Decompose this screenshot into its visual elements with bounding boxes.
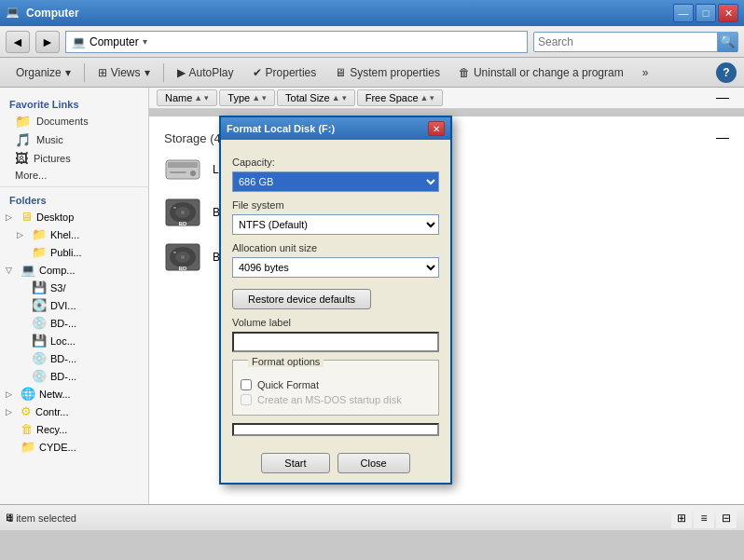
views-button[interactable]: ⊞ Views ▾ — [90, 62, 158, 83]
address-arrow: ▾ — [143, 36, 147, 47]
forward-button[interactable]: ► — [35, 31, 60, 53]
msdos-label: Create an MS-DOS startup disk — [257, 394, 402, 405]
capacity-label: Capacity: — [232, 157, 439, 168]
restore-defaults-button[interactable]: Restore device defaults — [232, 289, 371, 309]
col-header-free-space[interactable]: Free Space ▲ ▾ — [357, 89, 444, 106]
sidebar-item-pictures[interactable]: 🖼 Pictures — [0, 149, 148, 168]
favorite-links-title: Favorite Links — [0, 95, 148, 112]
col-minimize[interactable]: — — [445, 89, 737, 106]
col-header-name[interactable]: Name ▲ ▾ — [157, 89, 217, 106]
search-input[interactable] — [534, 35, 717, 48]
bd3-icon: 💿 — [32, 369, 47, 383]
col-minimize-icon[interactable]: — — [716, 89, 729, 106]
more-label: More... — [15, 170, 47, 181]
cyde-icon: 📁 — [21, 440, 35, 454]
sidebar-item-documents[interactable]: 📁 Documents — [0, 112, 148, 130]
s3-icon: 💾 — [32, 280, 47, 294]
network-label: Netw... — [39, 389, 71, 400]
system-properties-button[interactable]: 🖥 System properties — [326, 62, 448, 83]
folder-item-computer[interactable]: ▽ 💻 Comp... — [0, 261, 148, 279]
hdd-drive-icon — [164, 155, 201, 184]
quick-format-checkbox[interactable] — [241, 379, 252, 390]
folder-item-recycle[interactable]: 🗑 Recy... — [0, 420, 148, 438]
svg-rect-3 — [170, 171, 186, 173]
col-type-filter: ▾ — [262, 93, 267, 102]
dialog-title-text: Format Local Disk (F:) — [227, 123, 428, 134]
progress-bar-container — [232, 423, 439, 436]
bd1-icon: 💿 — [32, 316, 47, 330]
folder-item-cyde[interactable]: 📁 CYDE... — [0, 438, 148, 456]
capacity-select[interactable]: 686 GB — [232, 171, 439, 192]
dialog-close-x-button[interactable]: ✕ — [428, 121, 445, 136]
uninstall-icon: 🗑 — [459, 66, 470, 79]
sidebar-item-music[interactable]: 🎵 Music — [0, 130, 148, 149]
folder-item-s3[interactable]: 💾 S3/ — [0, 279, 148, 296]
back-button[interactable]: ◄ — [6, 31, 30, 53]
allocation-label: Allocation unit size — [232, 242, 439, 253]
folder-item-control[interactable]: ▷ ⚙ Contr... — [0, 403, 148, 420]
system-properties-icon: 🖥 — [335, 66, 346, 79]
quick-format-label: Quick Format — [257, 379, 319, 390]
folder-item-public[interactable]: 📁 Publi... — [0, 243, 148, 261]
allocation-select[interactable]: 512 bytes 1024 bytes 2048 bytes 4096 byt… — [232, 257, 439, 278]
close-dialog-button[interactable]: Close — [338, 453, 410, 473]
svg-rect-8 — [173, 207, 176, 209]
msdos-checkbox[interactable] — [241, 394, 252, 405]
search-box: 🔍 — [533, 32, 738, 52]
expand-network: ▷ — [6, 389, 17, 399]
view-btn-3[interactable]: ⊟ — [716, 508, 737, 528]
folder-item-bd1[interactable]: 💿 BD-... — [0, 314, 148, 332]
organize-button[interactable]: Organize ▾ — [7, 62, 79, 83]
volume-label-input[interactable] — [232, 332, 439, 352]
search-button[interactable]: 🔍 — [717, 32, 737, 52]
close-button[interactable]: ✕ — [718, 4, 738, 22]
format-options-legend: Format options — [248, 356, 324, 367]
col-name-filter: ▾ — [204, 93, 209, 102]
minimize-button[interactable]: — — [673, 4, 694, 22]
bd-drive-e-icon: BD — [164, 196, 201, 229]
storage-minimize-icon[interactable]: — — [716, 130, 737, 144]
views-label: Views — [111, 66, 141, 79]
maximize-button[interactable]: □ — [696, 4, 716, 22]
start-button[interactable]: Start — [261, 453, 329, 473]
properties-icon: ✔ — [253, 66, 262, 79]
separator-2 — [163, 63, 164, 82]
col-free-space-label: Free Space — [365, 92, 419, 103]
folder-item-khel[interactable]: ▷ 📁 Khel... — [0, 225, 148, 243]
col-header-total-size[interactable]: Total Size ▲ ▾ — [277, 89, 355, 106]
pictures-icon: 🖼 — [15, 151, 28, 166]
nav-bar: ◄ ► 💻 Computer ▾ 🔍 — [0, 26, 744, 58]
public-icon: 📁 — [32, 245, 47, 259]
folder-item-dvi[interactable]: 💽 DVI... — [0, 296, 148, 314]
sidebar-item-more[interactable]: More... — [0, 168, 148, 183]
autoplay-button[interactable]: ▶ AutoPlay — [169, 62, 242, 83]
folder-item-network[interactable]: ▷ 🌐 Netw... — [0, 385, 148, 403]
public-label: Publi... — [50, 247, 82, 258]
svg-point-13 — [181, 255, 185, 259]
view-btn-1[interactable]: ⊞ — [671, 508, 692, 528]
organize-arrow: ▾ — [65, 66, 71, 79]
folder-item-loc[interactable]: 💾 Loc... — [0, 332, 148, 349]
expand-control: ▷ — [6, 407, 17, 417]
svg-text:BD: BD — [179, 266, 187, 271]
uninstall-button[interactable]: 🗑 Uninstall or change a program — [450, 62, 632, 83]
col-header-type[interactable]: Type ▲ ▾ — [219, 89, 275, 106]
uninstall-label: Uninstall or change a program — [474, 66, 624, 79]
properties-button[interactable]: ✔ Properties — [244, 62, 325, 83]
filesystem-select[interactable]: NTFS (Default) FAT32 exFAT — [232, 214, 439, 235]
help-button[interactable]: ? — [716, 62, 737, 83]
bd3-label: BD-... — [50, 371, 76, 382]
folders-title: Folders — [0, 191, 148, 208]
more-button[interactable]: » — [634, 62, 657, 83]
computer-label: Comp... — [39, 265, 76, 276]
window-title: Computer — [26, 7, 673, 20]
col-total-filter: ▾ — [342, 93, 347, 102]
folder-item-bd2[interactable]: 💿 BD-... — [0, 349, 148, 367]
folder-item-desktop[interactable]: ▷ 🖥 Desktop — [0, 208, 148, 225]
folder-item-bd3[interactable]: 💿 BD-... — [0, 367, 148, 385]
title-bar-buttons: — □ ✕ — [673, 4, 738, 22]
view-btn-2[interactable]: ≡ — [694, 508, 714, 528]
address-text: Computer — [90, 35, 139, 48]
desktop-label: Desktop — [36, 212, 74, 223]
cyde-label: CYDE... — [39, 442, 76, 453]
